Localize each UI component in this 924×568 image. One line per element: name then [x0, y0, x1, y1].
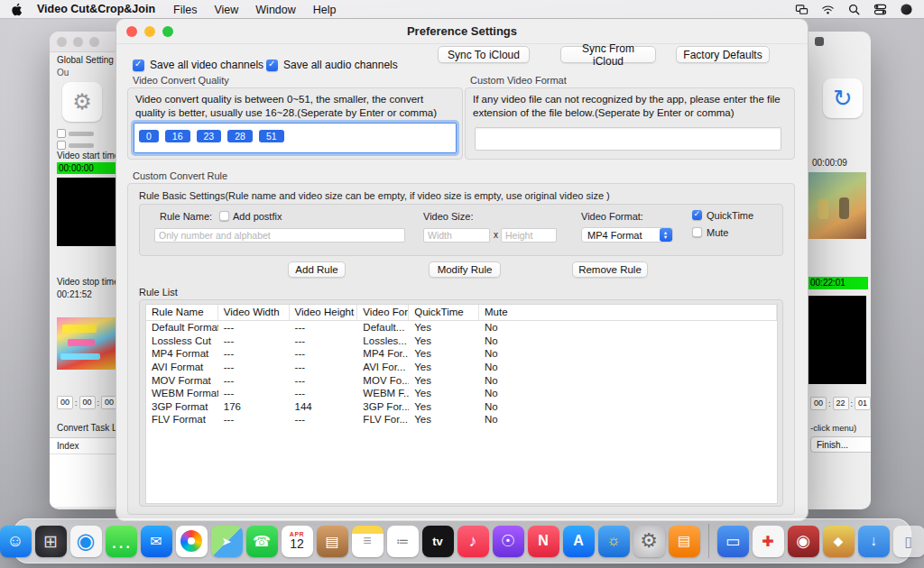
mute-checkbox[interactable] — [692, 227, 702, 237]
dock-icon-mail[interactable]: ✉ — [141, 526, 172, 557]
time-field[interactable]: 00 — [79, 396, 96, 409]
left-option-row[interactable] — [57, 141, 94, 150]
dock-icon-maps[interactable]: ➤ — [211, 526, 243, 557]
modify-rule-button[interactable]: Modify Rule — [429, 261, 501, 278]
menu-window[interactable]: Window — [255, 4, 295, 16]
background-window-right[interactable]: ↻ 00:00:09 00:22:01 00:22:01▴▾ -click me… — [808, 32, 871, 509]
dock-icon-display[interactable]: ▭ — [717, 526, 749, 557]
dock-icon-trash[interactable]: ▯ — [893, 526, 924, 557]
sync-from-icloud-button[interactable]: Sync From iCloud — [560, 46, 656, 63]
time-field[interactable]: 00 — [57, 396, 73, 409]
search-icon[interactable] — [847, 3, 861, 16]
dock-icon-facetime[interactable]: ☎ — [246, 526, 278, 557]
settings-tile-button[interactable]: ⚙ — [62, 82, 102, 122]
sync-to-icloud-button[interactable]: Sync To iCloud — [438, 46, 530, 63]
quality-chip[interactable]: 23 — [197, 130, 222, 142]
remove-rule-button[interactable]: Remove Rule — [572, 261, 648, 278]
time-field[interactable]: 22 — [833, 397, 849, 410]
table-row[interactable]: Default Format------Default...YesNo — [146, 321, 777, 334]
tiny-checkbox[interactable] — [57, 141, 66, 150]
menubar-app-name[interactable]: Video Cut&Crop&Join — [37, 3, 155, 15]
column-header[interactable]: QuickTime — [409, 305, 479, 320]
custom-format-input[interactable] — [475, 127, 781, 151]
rule-name-input[interactable] — [154, 228, 405, 243]
factory-defaults-button[interactable]: Factory Defaults — [676, 46, 770, 63]
dock-icon-finder[interactable]: ☺ — [0, 526, 32, 557]
table-row[interactable]: Lossless Cut------Lossles...YesNo — [146, 334, 777, 348]
quality-chip[interactable]: 16 — [165, 130, 190, 142]
menu-help[interactable]: Help — [313, 4, 337, 16]
dock-icon-system-preferences[interactable]: ⚙ — [633, 526, 665, 557]
background-window-left[interactable]: Global Setting Ou ⚙ Video start time 00:… — [50, 32, 116, 509]
sync-tile-button[interactable]: ↻ — [823, 78, 863, 118]
table-row[interactable]: MOV Format------MOV Fo...YesNo — [146, 373, 777, 387]
menu-view[interactable]: View — [214, 4, 238, 16]
dock-icon-app-store[interactable]: A — [563, 526, 595, 557]
width-input[interactable] — [423, 228, 490, 243]
video-thumbnail[interactable] — [808, 172, 866, 239]
dock-icon-notes[interactable]: ≡ — [352, 526, 383, 557]
dock-icon-music[interactable]: ♪ — [457, 526, 489, 557]
time-field[interactable]: 00 — [810, 397, 827, 410]
task-list-panel[interactable]: Index — [50, 437, 116, 507]
column-header[interactable]: Video Height — [290, 305, 358, 320]
wifi-icon[interactable] — [821, 3, 835, 16]
column-header[interactable]: Video Width — [218, 305, 290, 320]
dock-icon-photos[interactable] — [176, 526, 208, 557]
dock-icon-podcasts[interactable]: ☉ — [493, 526, 524, 557]
table-row[interactable]: FLV Format------FLV For...YesNo — [146, 413, 777, 426]
dock-icon-image-capture[interactable]: ◆ — [823, 526, 855, 557]
dock-icon-messages[interactable]: … — [106, 526, 137, 557]
video-format-select[interactable]: MP4 Format ▲▼ — [581, 227, 673, 243]
apple-menu-icon[interactable] — [11, 3, 23, 16]
dock-icon-contacts[interactable]: ▤ — [317, 526, 348, 557]
dock-icon-news[interactable]: N — [528, 526, 559, 557]
quality-chip[interactable]: 0 — [139, 130, 159, 142]
save-video-channels-checkbox[interactable] — [133, 60, 144, 71]
table-cell: FLV For... — [357, 414, 409, 425]
column-header[interactable]: Video For... — [357, 305, 409, 320]
table-row[interactable]: WEBM Format------WEBM F...YesNo — [146, 387, 777, 400]
add-rule-button[interactable]: Add Rule — [288, 261, 346, 278]
dock-icon-reminders[interactable]: ≔ — [387, 526, 419, 557]
tiny-checkbox[interactable] — [57, 129, 66, 138]
rule-table[interactable]: Rule NameVideo WidthVideo HeightVideo Fo… — [145, 304, 778, 504]
menubar-menus: FilesViewWindowHelp — [173, 1, 353, 17]
dock-icon-weather[interactable]: ☼ — [598, 526, 630, 557]
control-center-icon[interactable] — [873, 3, 887, 16]
siri-icon[interactable] — [900, 3, 913, 16]
menu-files[interactable]: Files — [173, 4, 197, 16]
time-field[interactable]: 00 — [101, 396, 116, 409]
dock-icon-downloads[interactable]: ↓ — [858, 526, 890, 557]
add-postfix-checkbox[interactable] — [219, 211, 229, 221]
dock-icon-calendar[interactable]: APR12 — [282, 526, 313, 557]
window-control-button[interactable] — [815, 37, 824, 46]
table-cell: Yes — [409, 362, 479, 372]
time-field[interactable]: 01 — [855, 397, 871, 410]
finish-button[interactable]: Finish... — [810, 436, 871, 453]
quality-chip[interactable]: 51 — [259, 130, 284, 142]
dock-icon-books[interactable]: ▤ — [669, 526, 700, 557]
table-row[interactable]: AVI Format------AVI For...YesNo — [146, 361, 777, 374]
dock-icon-launchpad[interactable]: ⊞ — [35, 526, 67, 557]
video-thumbnail[interactable] — [57, 317, 116, 370]
table-row[interactable]: 3GP Format1761443GP For...YesNo — [146, 400, 777, 414]
quality-tags-input[interactable]: 016232851 — [134, 123, 457, 153]
index-column-header[interactable]: Index — [50, 438, 116, 454]
quicktime-checkbox[interactable] — [692, 210, 702, 220]
column-header[interactable]: Rule Name — [146, 305, 218, 320]
dock-icon-tv[interactable]: tv — [422, 526, 454, 557]
dock-icon-diagnostics[interactable]: ✚ — [753, 526, 784, 557]
inactive-minimize-button[interactable] — [73, 37, 83, 47]
left-option-row[interactable] — [57, 129, 94, 138]
dock-icon-safari[interactable]: ◉ — [70, 526, 102, 557]
dock-icon-video-app[interactable]: ◉ — [788, 526, 819, 557]
column-header[interactable]: Mute — [479, 305, 777, 320]
quality-chip[interactable]: 28 — [227, 130, 253, 142]
save-audio-channels-checkbox[interactable] — [266, 60, 278, 71]
screen-mirroring-icon[interactable] — [795, 3, 808, 16]
table-row[interactable]: MP4 Format------MP4 For...YesNo — [146, 347, 777, 361]
height-input[interactable] — [501, 228, 557, 243]
inactive-close-button[interactable] — [57, 37, 67, 47]
inactive-zoom-button[interactable] — [89, 37, 99, 47]
